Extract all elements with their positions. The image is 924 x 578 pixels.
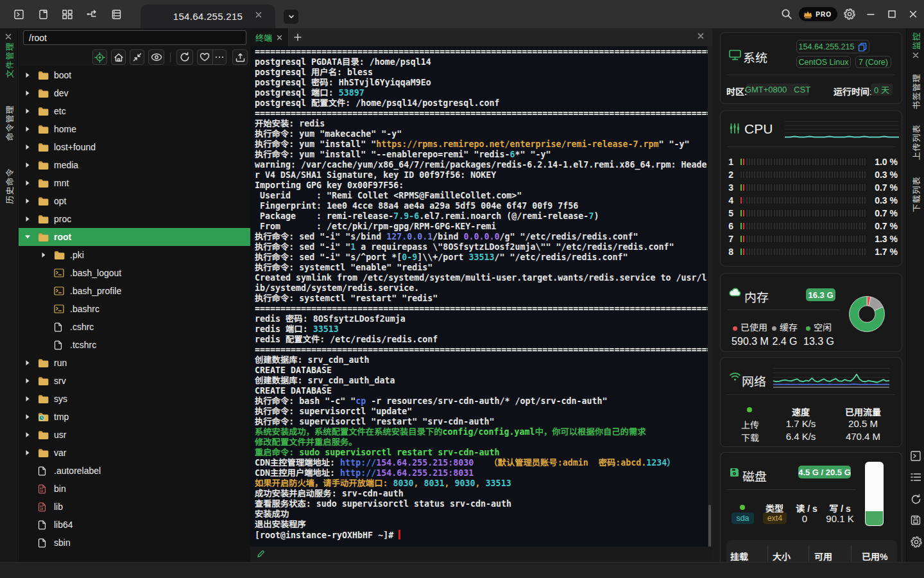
- tree-item-home[interactable]: home: [19, 120, 250, 138]
- tree-item-lib64[interactable]: lib64: [19, 516, 250, 534]
- tree-item-sys[interactable]: sys: [19, 390, 250, 408]
- cpu-core-percent: 1.7 %: [875, 247, 898, 257]
- tree-item-dev[interactable]: dev: [19, 84, 250, 102]
- caret-right-icon[interactable]: [24, 108, 31, 114]
- right-dock-tab-1[interactable]: 监控: [907, 32, 924, 49]
- collapse-button[interactable]: [130, 49, 144, 65]
- edit-pencil-icon[interactable]: [257, 550, 265, 558]
- caret-right-icon[interactable]: [24, 126, 31, 132]
- caret-right-icon[interactable]: [24, 360, 31, 366]
- path-input[interactable]: [23, 30, 246, 45]
- tree-item-usr[interactable]: usr: [19, 426, 250, 444]
- dock-tab-3[interactable]: 历史命令: [0, 170, 18, 202]
- connections-icon[interactable]: [83, 6, 100, 22]
- cpu-core-percent: 0.7 %: [875, 182, 898, 193]
- caret-right-icon[interactable]: [24, 414, 31, 420]
- terminal-area-close-icon[interactable]: [697, 32, 705, 40]
- terminal-icon[interactable]: [911, 451, 921, 461]
- tree-item-etc[interactable]: etc: [19, 102, 250, 120]
- right-dock-tab-3[interactable]: 上传列表: [907, 120, 924, 164]
- copy-icon[interactable]: [858, 42, 867, 51]
- caret-right-icon[interactable]: [24, 378, 31, 384]
- home-button[interactable]: [111, 49, 126, 65]
- tree-item--pki[interactable]: .pki: [19, 246, 250, 264]
- settings-gear-icon[interactable]: [841, 5, 859, 23]
- tree-item--bashrc[interactable]: .bashrc: [19, 300, 250, 318]
- tree-item-lib[interactable]: 0110lib: [19, 498, 250, 516]
- session-tab[interactable]: 154.64.255.215: [141, 4, 275, 28]
- save-icon[interactable]: [911, 515, 921, 525]
- caret-right-icon[interactable]: [24, 144, 31, 150]
- script-icon: [54, 286, 64, 295]
- right-dock-tab-4[interactable]: 下载列表: [907, 172, 924, 216]
- folder-icon: [38, 71, 49, 80]
- tree-item-bin[interactable]: 0110bin: [19, 480, 250, 498]
- refresh-button[interactable]: [176, 49, 193, 65]
- caret-right-icon[interactable]: [24, 72, 31, 78]
- window-maximize-button[interactable]: [883, 5, 901, 23]
- tree-item-mnt[interactable]: mnt: [19, 174, 250, 192]
- tree-item--cshrc[interactable]: .cshrc: [19, 318, 250, 336]
- window-minimize-button[interactable]: [862, 5, 880, 23]
- left-dock-strip: 文件管理命令管理历史命令: [0, 28, 18, 562]
- tree-item-boot[interactable]: boot: [19, 66, 250, 84]
- caret-right-icon[interactable]: [24, 90, 31, 96]
- caret-right-icon[interactable]: [24, 162, 31, 168]
- view-button[interactable]: [148, 49, 164, 65]
- tree-item-media[interactable]: media: [19, 156, 250, 174]
- bookmark-icon[interactable]: [35, 6, 51, 22]
- caret-right-icon[interactable]: [24, 396, 31, 402]
- caret-down-icon[interactable]: [24, 234, 31, 240]
- search-icon[interactable]: [778, 5, 796, 23]
- network-row-label: 下载: [737, 431, 763, 444]
- terminal-tab-close-icon[interactable]: [276, 34, 283, 41]
- tab-list-dropdown[interactable]: [284, 10, 298, 24]
- refresh-icon[interactable]: [911, 494, 921, 505]
- new-terminal-icon[interactable]: [10, 6, 27, 22]
- tree-item--autorelabel[interactable]: .autorelabel: [19, 462, 250, 480]
- tree-item-root[interactable]: root: [19, 228, 250, 246]
- disk-usage-value: 4.5 G / 20.5 G: [798, 468, 851, 477]
- server-list-icon[interactable]: [108, 6, 124, 22]
- tree-item-opt[interactable]: opt: [19, 192, 250, 210]
- caret-right-icon[interactable]: [24, 198, 31, 204]
- cpu-core-index: 4: [726, 195, 733, 206]
- ip-pill[interactable]: 154.64.255.215: [796, 40, 869, 53]
- tree-item-lost-found[interactable]: lost+found: [19, 138, 250, 156]
- tree-item--bash-profile[interactable]: .bash_profile: [19, 282, 250, 300]
- caret-right-icon[interactable]: [24, 180, 31, 186]
- new-terminal-tab-button[interactable]: [292, 31, 304, 43]
- tree-item-srv[interactable]: srv: [19, 372, 250, 390]
- pro-badge[interactable]: PRO: [799, 7, 837, 21]
- tree-item--bash-logout[interactable]: .bash_logout: [19, 264, 250, 282]
- upload-button[interactable]: [232, 49, 248, 65]
- session-tab-close-icon[interactable]: [255, 11, 262, 19]
- terminal-scrollbar[interactable]: [708, 46, 711, 547]
- scrollbar-thumb[interactable]: [708, 505, 711, 550]
- tree-item-var[interactable]: var: [19, 444, 250, 462]
- list-icon[interactable]: [911, 473, 921, 482]
- window-close-button[interactable]: [904, 5, 922, 23]
- gear-icon[interactable]: [911, 536, 922, 548]
- dock-close-icon[interactable]: [4, 33, 12, 40]
- dock-tab-2[interactable]: 命令管理: [0, 107, 18, 139]
- caret-right-icon[interactable]: [24, 450, 31, 456]
- right-dock-tab-2[interactable]: 书签管理: [907, 71, 924, 112]
- dock-tab-1[interactable]: 文件管理: [0, 44, 18, 76]
- terminal-tab[interactable]: 终端: [250, 28, 289, 46]
- terminal-tab-label: 终端: [255, 31, 272, 44]
- split-view-icon[interactable]: [59, 6, 76, 22]
- tree-item-tmp[interactable]: tmp: [19, 408, 250, 426]
- cpu-core-index: 7: [726, 234, 733, 244]
- tree-item-sbin[interactable]: sbin: [19, 534, 250, 552]
- tree-item-run[interactable]: run: [19, 354, 250, 372]
- caret-right-icon[interactable]: [24, 432, 31, 438]
- caret-right-icon[interactable]: [24, 216, 31, 222]
- favorite-more-button[interactable]: [197, 49, 227, 65]
- monitor-close-icon[interactable]: [912, 51, 920, 59]
- locate-button[interactable]: [92, 49, 107, 65]
- tree-item--tcshrc[interactable]: .tcshrc: [19, 336, 250, 354]
- terminal-screen[interactable]: ========================================…: [250, 46, 708, 547]
- tree-item-proc[interactable]: proc: [19, 210, 250, 228]
- caret-right-icon[interactable]: [40, 252, 47, 258]
